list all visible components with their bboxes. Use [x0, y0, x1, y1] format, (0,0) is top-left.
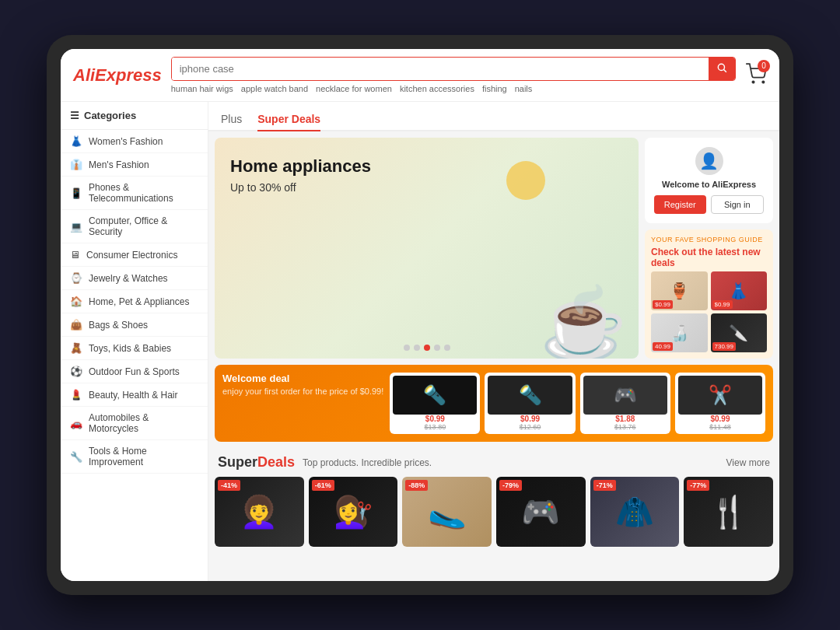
search-area: human hair wigs apple watch band necklac… [171, 57, 736, 93]
sidebar: ☰ Categories 👗 Women's Fashion 👔 Men's F… [61, 102, 208, 581]
deal-products: 🔦 $0.99 $13.80 🔦 $0.99 $12.60 🎮 $1.88 [390, 373, 765, 434]
beauty-icon: 💄 [70, 389, 82, 401]
hero-text: Home appliances Up to 30% off [230, 156, 623, 194]
sidebar-item-phones[interactable]: 📱 Phones & Telecommunications [61, 177, 208, 210]
guide-price-2: $0.99 [712, 300, 733, 309]
deal-product-img-4: ✂️ [678, 376, 762, 415]
tag-2[interactable]: apple watch band [241, 84, 308, 93]
toys-icon: 🧸 [70, 342, 82, 354]
womens-fashion-icon: 👗 [70, 135, 82, 147]
sidebar-item-beauty[interactable]: 💄 Beauty, Health & Hair [61, 383, 208, 407]
search-button[interactable] [709, 58, 735, 80]
super-deals-title: SuperDeals [218, 454, 295, 471]
guide-label: Your fave shopping guide [651, 236, 767, 243]
deal-product-img-3: 🎮 [583, 376, 667, 415]
deal-orig-4: $11.48 [678, 423, 762, 431]
electronics-icon: 🖥 [70, 249, 80, 261]
sidebar-item-automobiles[interactable]: 🚗 Automobiles & Motorcycles [61, 407, 208, 440]
product-card-3[interactable]: -88% 🥿 [402, 477, 492, 547]
discount-badge-4: -79% [499, 480, 522, 491]
deal-subtitle: enjoy your first order for the price of … [222, 387, 383, 396]
dot-5[interactable] [444, 345, 450, 351]
tag-3[interactable]: necklace for women [316, 84, 392, 93]
sun-decoration [506, 161, 545, 200]
tab-super-deals[interactable]: Super Deals [257, 108, 320, 131]
categories-icon: ☰ [70, 110, 79, 121]
avatar: 👤 [695, 147, 723, 175]
tag-5[interactable]: fishing [482, 84, 507, 93]
sidebar-item-jewelry[interactable]: ⌚ Jewelry & Watches [61, 267, 208, 290]
tag-1[interactable]: human hair wigs [171, 84, 233, 93]
deal-price-4: $0.99 [678, 415, 762, 423]
deal-product-img-2: 🔦 [488, 376, 572, 415]
sidebar-item-home-pet[interactable]: 🏠 Home, Pet & Appliances [61, 290, 208, 313]
tabs: Plus Super Deals [208, 102, 779, 131]
sidebar-item-womens-fashion[interactable]: 👗 Women's Fashion [61, 130, 208, 153]
sidebar-header: ☰ Categories [61, 102, 208, 130]
guide-images: 🏺 $0.99 👗 $0.99 🍶 40.99 [651, 271, 767, 352]
sidebar-item-mens-fashion[interactable]: 👔 Men's Fashion [61, 153, 208, 177]
phones-icon: 📱 [70, 187, 82, 199]
mens-fashion-icon: 👔 [70, 159, 82, 170]
deal-price-1: $0.99 [393, 415, 477, 423]
deal-orig-2: $12.60 [488, 423, 572, 431]
sidebar-item-tools[interactable]: 🔧 Tools & Home Improvement [61, 440, 208, 474]
sidebar-item-toys[interactable]: 🧸 Toys, Kids & Babies [61, 337, 208, 360]
guide-img-3[interactable]: 🍶 40.99 [651, 313, 708, 352]
hero-title: Home appliances [230, 156, 623, 177]
tag-4[interactable]: kitchen accessories [400, 84, 474, 93]
deal-product-4[interactable]: ✂️ $0.99 $11.48 [675, 373, 765, 434]
product-card-1[interactable]: -41% 👩‍🦱 [215, 477, 304, 547]
deal-orig-3: $13.76 [583, 423, 667, 431]
tab-plus[interactable]: Plus [221, 108, 242, 131]
dot-4[interactable] [434, 345, 440, 351]
auth-buttons: Register Sign in [654, 195, 764, 214]
cart-badge: 0 [758, 60, 770, 72]
search-input[interactable] [172, 58, 709, 80]
guide-price-4: 730.99 [712, 342, 736, 351]
deal-product-1[interactable]: 🔦 $0.99 $13.80 [390, 373, 480, 434]
product-card-6[interactable]: -77% 🍴 [684, 477, 773, 547]
cart-icon[interactable]: 0 [745, 63, 767, 88]
guide-title: Check out the latest new deals [651, 247, 767, 268]
tablet-screen: AliExpress human hair wigs apple watch b… [61, 49, 779, 581]
signin-button[interactable]: Sign in [711, 195, 765, 214]
deal-orig-1: $13.80 [393, 423, 477, 431]
tablet-frame: AliExpress human hair wigs apple watch b… [47, 35, 793, 595]
discount-badge-2: -61% [312, 480, 334, 491]
logo: AliExpress [73, 65, 162, 86]
search-bar [171, 57, 736, 81]
svg-line-1 [723, 69, 726, 72]
sidebar-item-electronics[interactable]: 🖥 Consumer Electronics [61, 243, 208, 267]
view-more-link[interactable]: View more [726, 457, 770, 468]
header: AliExpress human hair wigs apple watch b… [61, 49, 779, 102]
svg-point-2 [752, 81, 754, 82]
sidebar-item-bags[interactable]: 👜 Bags & Shoes [61, 313, 208, 337]
super-deals-header: SuperDeals Top products. Incredible pric… [208, 448, 779, 477]
welcome-deal: Welcome deal enjoy your first order for … [215, 365, 773, 442]
register-button[interactable]: Register [654, 195, 706, 214]
super-deals-title-area: SuperDeals Top products. Incredible pric… [218, 454, 432, 471]
discount-badge-3: -88% [405, 480, 428, 491]
svg-point-3 [762, 81, 764, 82]
guide-img-1[interactable]: 🏺 $0.99 [651, 271, 708, 310]
dot-3[interactable] [424, 345, 430, 351]
tag-6[interactable]: nails [515, 84, 533, 93]
dot-2[interactable] [414, 345, 420, 351]
sidebar-item-outdoor[interactable]: ⚽ Outdoor Fun & Sports [61, 360, 208, 383]
shopping-guide: Your fave shopping guide Check out the l… [645, 229, 773, 359]
guide-price-1: $0.99 [653, 300, 673, 309]
product-card-2[interactable]: -61% 💇‍♀️ [309, 477, 398, 547]
deal-product-3[interactable]: 🎮 $1.88 $13.76 [580, 373, 670, 434]
tools-icon: 🔧 [70, 451, 82, 463]
sidebar-item-computer[interactable]: 💻 Computer, Office & Security [61, 210, 208, 243]
deal-price-2: $0.99 [488, 415, 572, 423]
guide-img-4[interactable]: 🔪 730.99 [711, 313, 768, 352]
dot-1[interactable] [404, 345, 410, 351]
welcome-title: Welcome to AliExpress [654, 180, 764, 189]
product-card-4[interactable]: -79% 🎮 [496, 477, 586, 547]
hero-dots [404, 345, 450, 351]
guide-img-2[interactable]: 👗 $0.99 [711, 271, 768, 310]
deal-product-2[interactable]: 🔦 $0.99 $12.60 [485, 373, 575, 434]
product-card-5[interactable]: -71% 🧥 [590, 477, 680, 547]
